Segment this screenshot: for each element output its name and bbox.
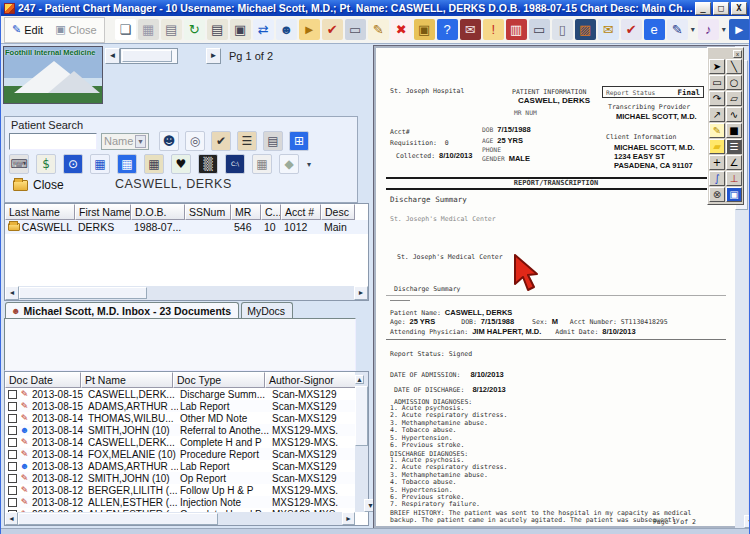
doc-scroll-right-icon[interactable]: ► (342, 512, 355, 525)
patient-col-first-name[interactable]: First Name (75, 204, 131, 220)
page-prev-button[interactable]: ◄ (105, 48, 120, 64)
tab-mydocs[interactable]: MyDocs (241, 302, 293, 318)
send-email-icon[interactable]: ✉ (598, 19, 619, 40)
doc-row[interactable]: ✎2013-08-15ADAMS,ARTHUR ...Lab ReportSca… (5, 400, 355, 412)
keyboard-entry-icon[interactable]: ⌨ (9, 154, 29, 174)
sign-document-icon[interactable]: ✎ (368, 19, 389, 40)
doc-row-checkbox[interactable] (8, 390, 17, 399)
close-chart-button[interactable]: ▣ Close (52, 22, 100, 37)
review-clipboard-icon[interactable]: ✔ (322, 19, 343, 40)
filter-dropdown-icon[interactable]: ▼ (135, 135, 146, 148)
doc-hscroll-thumb[interactable] (18, 513, 218, 525)
doc-scroll-left-icon[interactable]: ◄ (5, 512, 18, 525)
refresh-icon[interactable]: ↻ (184, 19, 205, 40)
measure-icon[interactable]: ☰ (726, 139, 742, 154)
scroll-left-icon[interactable]: ◄ (5, 286, 19, 300)
tasks-clipboard-icon[interactable]: ✔ (211, 131, 231, 151)
doc-row[interactable]: ✎2013-08-12BERGER,LILITH (...Follow Up H… (5, 484, 355, 496)
billing-icon[interactable]: $ (36, 154, 56, 174)
stamp-icon[interactable]: ⊥ (726, 171, 742, 186)
doc-row-checkbox[interactable] (8, 474, 17, 483)
doc-col-pt-name[interactable]: Pt Name (81, 372, 173, 388)
print-chart-icon[interactable]: ▤ (207, 19, 228, 40)
patient-search-input[interactable] (9, 133, 97, 150)
printer-icon[interactable]: ▣ (230, 19, 251, 40)
find-visit-icon[interactable]: ▦ (90, 154, 110, 174)
doc-row-checkbox[interactable] (8, 414, 17, 423)
signature-icon[interactable]: ∫ (709, 171, 725, 186)
scanner-icon[interactable]: ▭ (529, 19, 550, 40)
doc-row[interactable]: ✎2013-08-14FOX,MELANIE (10)Procedure Rep… (5, 448, 355, 460)
doc-row[interactable]: ✎2013-08-14CASWELL,DERK...Complete H and… (5, 436, 355, 448)
new-document-icon[interactable]: ❏ (115, 19, 136, 40)
patient-col-mr[interactable]: MR (231, 204, 261, 220)
delete-icon[interactable]: ✖ (391, 19, 412, 40)
image-viewer-icon[interactable]: ▨ (575, 19, 596, 40)
documents-hscrollbar[interactable]: ◄ ► (5, 512, 355, 525)
rectangle-icon[interactable]: ▭ (709, 75, 725, 90)
archive-chest-icon[interactable]: ▣ (414, 19, 435, 40)
filled-box-icon[interactable]: ■ (726, 123, 742, 138)
recorder-icon[interactable]: ▯ (552, 19, 573, 40)
visit-clock-icon[interactable]: ▦ (144, 154, 164, 174)
crosshair-icon[interactable]: + (709, 155, 725, 170)
doc-row-checkbox[interactable] (8, 498, 17, 507)
scroll-right-icon[interactable]: ► (354, 286, 368, 300)
verify-report-icon[interactable]: ✔ (621, 19, 642, 40)
viewer-scroll-down-icon[interactable]: ▼ (744, 515, 750, 528)
arc-icon[interactable]: ↷ (709, 91, 725, 106)
info-diamond-icon-dropdown[interactable]: ▾ (307, 160, 311, 169)
save-annotation-icon[interactable]: ▣ (726, 187, 742, 202)
doc-col-doc-date[interactable]: Doc Date (5, 372, 81, 388)
send-chart-icon[interactable]: ► (299, 19, 320, 40)
highlighter-icon[interactable]: ✎ (709, 123, 725, 138)
card-device-icon[interactable]: ▭ (345, 19, 366, 40)
arrow-icon[interactable]: ↗ (709, 107, 725, 122)
time-tracker-icon[interactable]: ⊙ (63, 154, 83, 174)
close-window-button[interactable]: X (731, 2, 747, 15)
doc-row-checkbox[interactable] (8, 462, 17, 471)
patient-col-c[interactable]: C... (261, 204, 281, 220)
patient-col-desc[interactable]: Desc (321, 204, 355, 220)
red-book-icon[interactable]: ▥ (506, 19, 527, 40)
doc-col-doc-type[interactable]: Doc Type (173, 372, 265, 388)
doc-row[interactable]: ✎2013-08-14THOMAS,WILBU...Other MD NoteS… (5, 412, 355, 424)
freehand-icon[interactable]: ∿ (726, 107, 742, 122)
doc-row-checkbox[interactable] (8, 438, 17, 447)
print-preview-icon[interactable]: ▤ (161, 19, 182, 40)
doc-col-author-signor[interactable]: Author-Signor (265, 372, 357, 388)
sync-icon[interactable]: ⇄ (253, 19, 274, 40)
doc-row[interactable]: ✎2013-08-12SMITH,JOHN (10)Op ReportScan-… (5, 472, 355, 484)
calendar-icon[interactable]: ▦ (117, 154, 137, 174)
line-icon[interactable]: ╲ (726, 59, 742, 74)
open-document-icon[interactable]: ▦ (138, 19, 159, 40)
search-filter-select[interactable]: Name ▼ (101, 133, 149, 150)
doc-vscroll-thumb[interactable] (355, 386, 368, 446)
doc-row-checkbox[interactable] (8, 486, 17, 495)
edit-button[interactable]: ✎ Edit (9, 22, 46, 37)
patient-demographics-icon[interactable]: ☻ (276, 19, 297, 40)
patient-row[interactable]: CASWELL DERKS 1988-07... 546 10 1012 Mai… (5, 220, 368, 234)
pointer-icon[interactable]: ➤ (709, 59, 725, 74)
ellipse-icon[interactable]: ○ (726, 75, 742, 90)
doc-row[interactable]: ✎2013-08-15CASWELL,DERK...Discharge Summ… (5, 388, 355, 400)
orders-clipboard-icon[interactable]: ☰ (237, 131, 257, 151)
page-next-button[interactable]: ► (206, 48, 221, 64)
edit-patient-icon[interactable]: ☻ (159, 131, 179, 151)
mailbox-icon[interactable]: ✉ (460, 19, 481, 40)
doc-row-checkbox[interactable] (8, 402, 17, 411)
web-lookup-icon[interactable]: ? (437, 19, 458, 40)
address-book-icon[interactable]: ▤ (263, 131, 283, 151)
doc-row-checkbox[interactable] (8, 426, 17, 435)
angle-icon[interactable]: ∠ (726, 155, 742, 170)
polygon-icon[interactable]: ▱ (726, 91, 742, 106)
chart-lookup-icon[interactable]: ◎ (185, 131, 205, 151)
minimize-button[interactable]: _ (695, 2, 711, 15)
exit-icon[interactable]: ► (729, 19, 750, 40)
doc-row-checkbox[interactable] (8, 450, 17, 459)
delete-annotation-icon[interactable]: ⊗ (709, 187, 725, 202)
palette-close-icon[interactable]: x (733, 50, 742, 58)
maximize-button[interactable]: □ (713, 2, 729, 15)
page-slider-thumb[interactable] (122, 50, 172, 62)
annotate-icon[interactable]: ✎ (667, 19, 688, 40)
